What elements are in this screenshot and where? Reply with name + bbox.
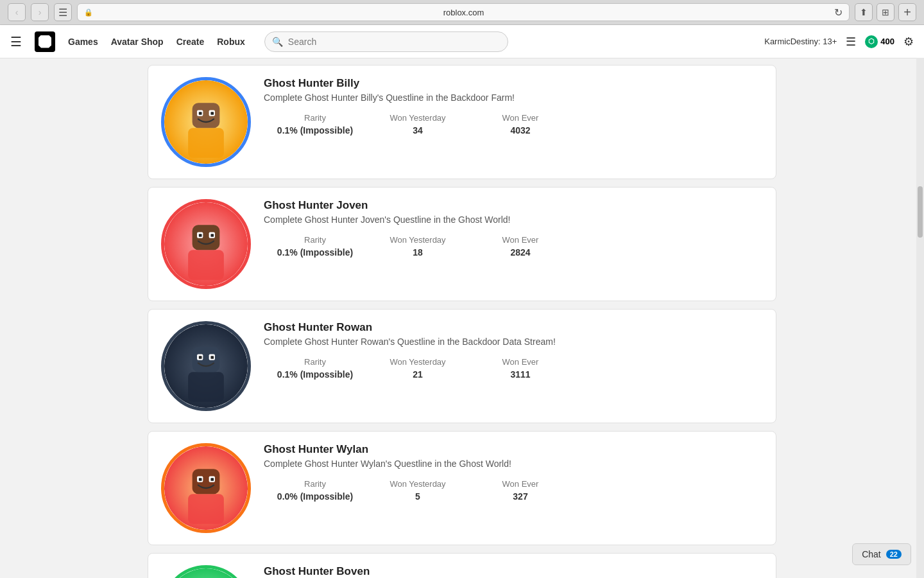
badge-card: Ghost Hunter Rowan Complete Ghost Hunter… — [148, 309, 776, 423]
stat-won-ever: Won Ever 327 — [469, 479, 572, 502]
badge-info: Ghost Hunter Rowan Complete Ghost Hunter… — [264, 321, 763, 380]
roblox-logo[interactable] — [35, 31, 55, 52]
username-display: KarmicDestiny: 13+ — [764, 37, 837, 46]
svg-rect-9 — [193, 225, 220, 250]
nav-create[interactable]: Create — [176, 37, 205, 47]
badge-image — [161, 321, 251, 411]
badge-name: Ghost Hunter Boven — [264, 565, 763, 578]
won-ever-value: 3111 — [469, 369, 572, 380]
stat-rarity: Rarity 0.1% (Impossible) — [264, 113, 366, 136]
robux-amount: 400 — [880, 37, 894, 46]
won-yesterday-label: Won Yesterday — [366, 113, 469, 123]
robux-display[interactable]: ⬡ 400 — [865, 35, 894, 48]
stat-won-yesterday: Won Yesterday 21 — [366, 357, 469, 380]
chat-count-badge: 22 — [886, 550, 902, 559]
badge-name: Ghost Hunter Wylan — [264, 443, 763, 456]
badge-info: Ghost Hunter Joven Complete Ghost Hunter… — [264, 199, 763, 258]
hamburger-menu[interactable]: ☰ — [10, 34, 22, 49]
rarity-value: 0.1% (Impossible) — [264, 125, 366, 136]
notifications-icon[interactable]: ☰ — [846, 35, 856, 49]
won-yesterday-value: 5 — [366, 491, 469, 502]
badge-image — [161, 77, 251, 167]
svg-rect-5 — [199, 112, 202, 115]
chat-label: Chat — [862, 549, 881, 559]
badge-stats: Rarity 0.1% (Impossible) Won Yesterday 3… — [264, 113, 763, 136]
won-ever-label: Won Ever — [469, 479, 572, 489]
content-area: Ghost Hunter Billy Complete Ghost Hunter… — [148, 58, 776, 578]
reader-mode-button[interactable]: ☰ — [54, 3, 72, 21]
won-ever-label: Won Ever — [469, 113, 572, 123]
search-wrapper: 🔍 — [264, 31, 508, 52]
badge-description: Complete Ghost Hunter Billy's Questline … — [264, 92, 763, 103]
badge-stats: Rarity 0.1% (Impossible) Won Yesterday 1… — [264, 235, 763, 258]
nav-games[interactable]: Games — [68, 37, 98, 47]
badge-card: Ghost Hunter Joven Complete Ghost Hunter… — [148, 187, 776, 301]
forward-button[interactable]: › — [31, 3, 49, 21]
add-tab-button[interactable]: ⊞ — [877, 3, 894, 21]
badge-card: Ghost Hunter Boven Complete Ghost Hunter… — [148, 553, 776, 578]
won-ever-value: 4032 — [469, 125, 572, 136]
search-input[interactable] — [264, 31, 508, 52]
rarity-label: Rarity — [264, 357, 366, 367]
won-yesterday-label: Won Yesterday — [366, 357, 469, 367]
badge-description: Complete Ghost Hunter Rowan's Questline … — [264, 337, 763, 347]
new-tab-button[interactable]: + — [898, 3, 916, 21]
chat-button[interactable]: Chat 22 — [852, 543, 911, 565]
settings-icon[interactable]: ⚙ — [903, 35, 914, 49]
robux-icon: ⬡ — [865, 35, 878, 48]
badge-info: Ghost Hunter Boven Complete Ghost Hunter… — [264, 565, 763, 578]
svg-rect-8 — [188, 250, 224, 279]
badge-info: Ghost Hunter Billy Complete Ghost Hunter… — [264, 77, 763, 136]
nav-avatar-shop[interactable]: Avatar Shop — [111, 37, 164, 47]
won-ever-value: 327 — [469, 491, 572, 502]
stat-won-yesterday: Won Yesterday 18 — [366, 235, 469, 258]
badge-description: Complete Ghost Hunter Wylan's Questline … — [264, 459, 763, 469]
rarity-value: 0.1% (Impossible) — [264, 247, 366, 258]
rarity-value: 0.1% (Impossible) — [264, 369, 366, 380]
stat-won-yesterday: Won Yesterday 34 — [366, 113, 469, 136]
badge-name: Ghost Hunter Joven — [264, 199, 763, 212]
stat-won-ever: Won Ever 3111 — [469, 357, 572, 380]
badge-card: Ghost Hunter Wylan Complete Ghost Hunter… — [148, 431, 776, 545]
rarity-label: Rarity — [264, 113, 366, 123]
svg-rect-26 — [199, 478, 202, 481]
badge-image — [161, 199, 251, 289]
won-yesterday-value: 21 — [366, 369, 469, 380]
svg-rect-2 — [193, 103, 220, 128]
scrollbar-thumb[interactable] — [918, 186, 923, 238]
won-yesterday-value: 34 — [366, 125, 469, 136]
url-text: roblox.com — [97, 8, 830, 17]
svg-rect-6 — [210, 112, 214, 115]
svg-rect-22 — [188, 494, 224, 523]
share-button[interactable]: ⬆ — [855, 3, 873, 21]
badge-stats: Rarity 0.0% (Impossible) Won Yesterday 5… — [264, 479, 763, 502]
scrollbar[interactable] — [916, 58, 924, 578]
browser-title-bar: ‹ › ☰ 🔒 roblox.com ↻ ⬆ ⊞ + — [0, 0, 924, 24]
svg-point-28 — [164, 568, 248, 578]
reload-button[interactable]: ↻ — [834, 6, 843, 19]
svg-rect-27 — [210, 478, 214, 481]
stat-won-ever: Won Ever 4032 — [469, 113, 572, 136]
svg-rect-19 — [199, 356, 202, 359]
lock-icon: 🔒 — [84, 8, 93, 17]
won-ever-value: 2824 — [469, 247, 572, 258]
roblox-navbar: ☰ Games Avatar Shop Create Robux 🔍 Karmi… — [0, 25, 924, 58]
won-yesterday-label: Won Yesterday — [366, 235, 469, 245]
stat-rarity: Rarity 0.1% (Impossible) — [264, 235, 366, 258]
nav-robux[interactable]: Robux — [217, 37, 245, 47]
svg-rect-15 — [188, 372, 224, 401]
svg-rect-16 — [193, 347, 220, 372]
badge-description: Complete Ghost Hunter Joven's Questline … — [264, 215, 763, 225]
browser-chrome: ‹ › ☰ 🔒 roblox.com ↻ ⬆ ⊞ + — [0, 0, 924, 25]
rarity-label: Rarity — [264, 479, 366, 489]
stat-rarity: Rarity 0.1% (Impossible) — [264, 357, 366, 380]
badge-stats: Rarity 0.1% (Impossible) Won Yesterday 2… — [264, 357, 763, 380]
svg-rect-23 — [193, 469, 220, 494]
back-button[interactable]: ‹ — [8, 3, 26, 21]
badge-info: Ghost Hunter Wylan Complete Ghost Hunter… — [264, 443, 763, 502]
svg-rect-13 — [210, 234, 214, 237]
rarity-value: 0.0% (Impossible) — [264, 491, 366, 502]
main-content: Ghost Hunter Billy Complete Ghost Hunter… — [0, 58, 924, 578]
won-ever-label: Won Ever — [469, 235, 572, 245]
address-bar[interactable]: 🔒 roblox.com ↻ — [77, 3, 850, 21]
